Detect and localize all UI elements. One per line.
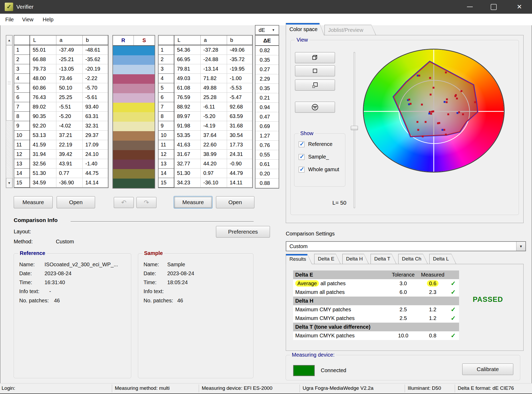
checkbox[interactable]: ✓ <box>299 167 304 173</box>
value-a: -5.20 <box>56 112 83 121</box>
open-sample-button[interactable]: Open <box>216 196 254 208</box>
menu-help[interactable]: Help <box>43 14 53 25</box>
sample-name: Sample <box>167 262 185 268</box>
value-b: 44.75 <box>83 169 108 178</box>
table-row[interactable]: 560.8650.10-5.70 <box>14 83 108 93</box>
table-row[interactable]: 1332.7744.20-0.90 <box>159 159 252 169</box>
undo-button[interactable]: ↶ <box>114 197 134 208</box>
show-checkbox-reference[interactable]: ✓Reference <box>299 141 332 147</box>
row-number: 9 <box>14 121 30 131</box>
table-row[interactable]: 991.98-4.1931.68 <box>159 121 252 131</box>
view-reset-button[interactable] <box>295 102 335 113</box>
table-row[interactable]: 1332.5643.91-1.40 <box>14 159 108 169</box>
scrollbar-thumb[interactable] <box>6 45 12 121</box>
table-row[interactable]: 266.95-24.88-35.72 <box>159 55 252 64</box>
color-patch-row <box>113 93 155 103</box>
tab-color-space[interactable]: Color space <box>286 23 324 35</box>
sample-measurement-dot <box>410 103 412 105</box>
minimize-button[interactable] <box>461 0 479 14</box>
patch-list-scrollbar[interactable]: ▲ ▼ <box>6 35 13 188</box>
show-checkbox-sample-[interactable]: ✓Sample_ <box>299 154 329 160</box>
name-label: Name: <box>144 262 159 268</box>
value-a: 39.42 <box>56 150 83 159</box>
show-checkbox-whole-gamut[interactable]: ✓Whole gamut <box>299 166 339 173</box>
value-L: 55.01 <box>30 45 56 55</box>
value-b: -2.22 <box>83 74 108 83</box>
preferences-button[interactable]: Preferences <box>216 226 270 238</box>
sample-measurement-dot <box>446 101 448 103</box>
row-number: 4 <box>14 74 30 83</box>
table-row[interactable]: 676.5925.28-5.47 <box>159 93 252 102</box>
tab-delta-e[interactable]: Delta E <box>314 254 341 264</box>
table-row[interactable]: 154.36-37.28-49.06 <box>159 45 252 55</box>
table-row[interactable]: 561.0849.88-5.53 <box>159 83 252 93</box>
menu-file[interactable]: File <box>5 14 14 25</box>
table-row[interactable]: 1053.1337.2129.37 <box>14 131 108 140</box>
value-L: 66.88 <box>30 55 56 64</box>
table-row[interactable]: 1534.23-36.1014.11 <box>159 178 252 188</box>
value-L: 34.23 <box>174 178 201 188</box>
open-reference-button[interactable]: Open <box>57 196 95 208</box>
table-row[interactable]: 889.97-5.2063.59 <box>159 112 252 121</box>
delta-e-format-combobox[interactable]: dE ▼ <box>255 25 279 35</box>
tab-results[interactable]: Results <box>286 254 312 264</box>
checkbox[interactable]: ✓ <box>299 154 304 160</box>
table-row[interactable]: 1141.6322.6017.73 <box>159 140 252 150</box>
table-row[interactable]: 1451.300.9744.79 <box>159 169 252 178</box>
row-number: 13 <box>159 159 174 169</box>
table-row[interactable]: 992.20-4.0232.31 <box>14 121 108 131</box>
sample-measurement-dot <box>430 113 432 115</box>
table-row[interactable]: 379.81-13.14-19.95 <box>159 64 252 74</box>
table-row[interactable]: 890.35-5.2063.31 <box>14 112 108 121</box>
comparison-settings-combobox[interactable]: Custom ▼ <box>286 241 526 251</box>
table-row[interactable]: 449.0371.82-1.00 <box>159 74 252 83</box>
table-row[interactable]: 1141.5922.1917.09 <box>14 140 108 150</box>
pass-check-icon: ✓ <box>447 315 459 322</box>
table-row[interactable]: 1231.6738.9924.31 <box>159 150 252 159</box>
table-row[interactable]: 1534.59-36.9014.14 <box>14 178 108 188</box>
table-header: L a b <box>14 36 108 45</box>
row-number: 15 <box>159 178 174 188</box>
delta-e-value: 0.76 <box>255 141 279 150</box>
menu-view[interactable]: View <box>22 14 33 25</box>
lightness-slider-track[interactable] <box>354 52 355 208</box>
table-row[interactable]: 1053.3537.6430.54 <box>159 131 252 140</box>
sample-measurement-dot <box>445 134 447 136</box>
measure-reference-button[interactable]: Measure <box>14 196 53 208</box>
tab-delta-t[interactable]: Delta T <box>371 254 396 264</box>
tab-delta-ch[interactable]: Delta Ch <box>398 254 428 264</box>
table-row[interactable]: 448.0073.46-2.22 <box>14 74 108 83</box>
view-3d-button[interactable] <box>295 52 335 63</box>
results-section-header: Delta T (tone value difference) <box>293 323 459 331</box>
lightness-slider-thumb[interactable] <box>351 126 358 130</box>
table-row[interactable]: 266.88-25.21-35.62 <box>14 55 108 64</box>
value-a: 71.82 <box>201 74 227 83</box>
view-zoom-button[interactable] <box>295 80 335 91</box>
table-row[interactable]: 788.92-6.1192.68 <box>159 102 252 112</box>
table-row[interactable]: 379.73-13.05-20.19 <box>14 64 108 74</box>
maximize-button[interactable] <box>484 0 503 14</box>
table-row[interactable]: 1451.300.7744.75 <box>14 169 108 178</box>
sample-measurement-dot <box>445 72 447 73</box>
results-section-header: Delta EToleranceMeasured <box>293 270 459 279</box>
calibrate-button[interactable]: Calibrate <box>462 363 513 375</box>
close-button[interactable]: ✕ <box>508 0 531 14</box>
color-patch-row <box>113 112 155 122</box>
scroll-up-button[interactable]: ▲ <box>6 35 12 45</box>
table-row[interactable]: 1231.9439.4224.10 <box>14 150 108 159</box>
measure-sample-button[interactable]: Measure <box>174 196 212 208</box>
value-b: -5.70 <box>83 83 108 93</box>
table-row[interactable]: 789.02-5.5193.40 <box>14 102 108 112</box>
sample-date: 2023-08-24 <box>167 270 194 277</box>
redo-button[interactable]: ↷ <box>136 197 156 208</box>
view-2d-button[interactable] <box>295 65 335 76</box>
table-row[interactable]: 676.4325.25-5.61 <box>14 93 108 102</box>
scroll-down-button[interactable]: ▼ <box>6 178 12 188</box>
table-row[interactable]: 155.01-37.49-48.61 <box>14 45 108 55</box>
status-bar: Login:Measuring method: multiMeasuring d… <box>0 383 532 394</box>
value-a: -13.05 <box>56 64 83 74</box>
tab-delta-l[interactable]: Delta L <box>429 254 456 264</box>
tab-delta-h[interactable]: Delta H <box>342 254 369 264</box>
tab-joblist-preview[interactable]: Joblist/Preview <box>324 25 376 35</box>
checkbox[interactable]: ✓ <box>299 141 304 147</box>
